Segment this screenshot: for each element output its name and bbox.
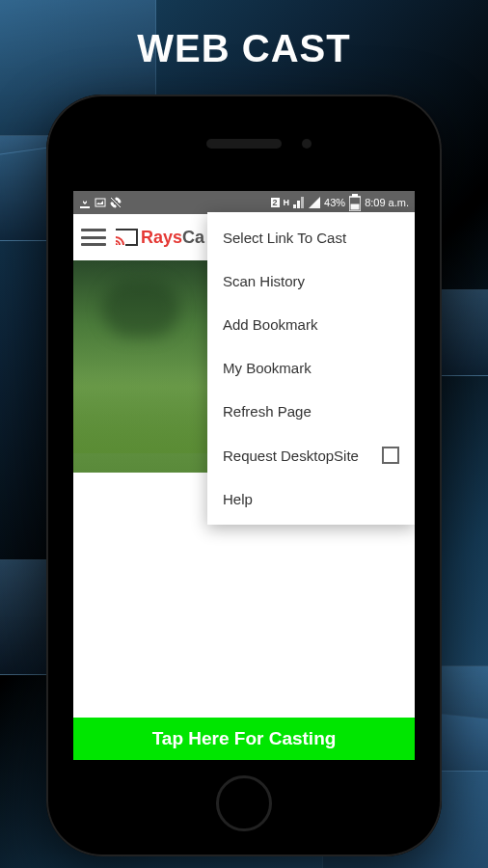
checkbox-icon[interactable] bbox=[382, 447, 399, 464]
sync-off-icon bbox=[110, 197, 122, 208]
menu-item-add-bookmark[interactable]: Add Bookmark bbox=[207, 303, 415, 346]
menu-item-label: Refresh Page bbox=[223, 403, 312, 420]
image-detail bbox=[112, 366, 199, 415]
menu-item-desktop-site[interactable]: Request DesktopSite bbox=[207, 433, 415, 477]
battery-icon bbox=[349, 197, 361, 208]
signal-icon bbox=[293, 197, 305, 208]
menu-item-label: Request DesktopSite bbox=[223, 448, 359, 464]
phone-speaker bbox=[206, 139, 282, 149]
menu-item-label: Help bbox=[223, 491, 253, 507]
phone-screen: 2 H 43% 8:09 a.m. bbox=[73, 191, 415, 760]
menu-item-scan-history[interactable]: Scan History bbox=[207, 259, 415, 303]
home-button[interactable] bbox=[216, 775, 272, 831]
image-icon bbox=[95, 197, 106, 208]
svg-rect-0 bbox=[95, 199, 105, 206]
signal-icon bbox=[309, 197, 320, 208]
app-logo: RaysCa bbox=[114, 228, 204, 248]
phone-camera bbox=[302, 139, 312, 149]
clock-time: 8:09 a.m. bbox=[365, 197, 409, 208]
network-speed-label: H bbox=[284, 198, 290, 207]
download-icon bbox=[79, 197, 91, 208]
page-title: WEB CAST bbox=[0, 27, 488, 70]
menu-item-select-link[interactable]: Select Link To Cast bbox=[207, 216, 415, 259]
menu-item-my-bookmark[interactable]: My Bookmark bbox=[207, 346, 415, 390]
network-type-badge: 2 bbox=[271, 198, 280, 207]
menu-button[interactable] bbox=[81, 227, 106, 248]
menu-item-refresh[interactable]: Refresh Page bbox=[207, 390, 415, 433]
svg-rect-3 bbox=[351, 204, 360, 210]
phone-bezel: 2 H 43% 8:09 a.m. bbox=[54, 102, 434, 849]
menu-item-label: Scan History bbox=[223, 273, 305, 289]
cast-icon bbox=[114, 228, 139, 247]
overflow-menu: Select Link To Cast Scan History Add Boo… bbox=[207, 212, 415, 525]
cast-button[interactable]: Tap Here For Casting bbox=[73, 718, 415, 760]
menu-item-label: Select Link To Cast bbox=[223, 230, 346, 246]
status-bar: 2 H 43% 8:09 a.m. bbox=[73, 191, 415, 214]
menu-item-label: My Bookmark bbox=[223, 360, 312, 376]
phone-frame: 2 H 43% 8:09 a.m. bbox=[46, 95, 442, 856]
battery-percent: 43% bbox=[324, 197, 345, 208]
app-title: RaysCa bbox=[141, 228, 204, 248]
menu-item-help[interactable]: Help bbox=[207, 477, 415, 521]
menu-item-label: Add Bookmark bbox=[223, 316, 317, 333]
